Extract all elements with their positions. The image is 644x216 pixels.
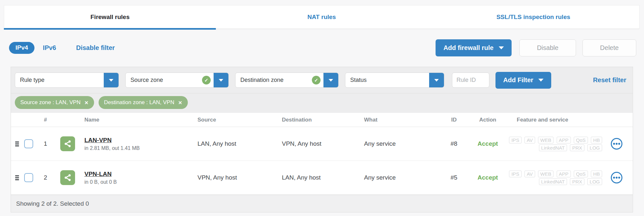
- rule-destination: VPN, Any host: [282, 140, 364, 147]
- header-destination: Destination: [282, 117, 364, 123]
- badge-ips: IPS: [509, 137, 521, 143]
- share-network-icon[interactable]: [60, 136, 75, 151]
- badge-web: WEB: [538, 137, 553, 143]
- active-filter-chips: Source zone : LAN, VPN ✕ Destination zon…: [11, 93, 633, 113]
- rule-name-link[interactable]: LAN-VPN: [84, 137, 111, 144]
- badge-prx: PRX: [570, 144, 584, 151]
- badge-ips: IPS: [509, 171, 521, 177]
- feature-and-service-cell: IPS AV WEB APP QoS HB LinkedNAT PRX LOG: [507, 170, 633, 185]
- status-dropdown-button[interactable]: [429, 73, 444, 88]
- rule-source: VPN, Any host: [197, 174, 282, 181]
- add-firewall-rule-label: Add firewall rule: [443, 44, 494, 52]
- feature-badges-line1: IPS AV WEB APP QoS HB: [508, 136, 602, 144]
- rule-action: Accept: [468, 174, 507, 181]
- ipv4-toggle[interactable]: IPv4: [9, 42, 34, 54]
- badge-app: APP: [557, 171, 571, 177]
- row-checkbox[interactable]: [24, 173, 33, 182]
- filter-chip-destination-zone: Destination zone : LAN, VPN ✕: [99, 96, 188, 109]
- header-source: Source: [197, 117, 282, 123]
- status-select[interactable]: Status: [345, 73, 444, 88]
- disable-filter-link[interactable]: Disable filter: [76, 44, 115, 52]
- rule-id: #8: [439, 140, 468, 147]
- feature-badges: IPS AV WEB APP QoS HB LinkedNAT PRX LOG: [508, 136, 602, 152]
- close-icon[interactable]: ✕: [84, 100, 89, 105]
- chevron-down-icon: [219, 79, 223, 82]
- share-network-icon[interactable]: [60, 170, 75, 185]
- filter-applied-check-icon: ✓: [312, 76, 321, 84]
- table-summary: Showing 2 of 2. Selected 0: [16, 200, 89, 207]
- delete-button[interactable]: Delete: [582, 39, 636, 56]
- chevron-down-icon: [109, 79, 113, 82]
- header-feature-and-service: Feature and service: [507, 117, 633, 123]
- row-more-actions-button[interactable]: [611, 138, 622, 150]
- rule-traffic: in 2.81 MB, out 1.41 MB: [84, 145, 197, 151]
- tab-firewall-rules[interactable]: Firewall rules: [4, 5, 216, 29]
- badge-hb: HB: [591, 171, 602, 177]
- rule-name-cell: VPN-LAN in 0 B, out 0 B: [80, 171, 197, 185]
- rule-traffic: in 0 B, out 0 B: [84, 179, 197, 185]
- rule-action: Accept: [468, 140, 507, 147]
- drag-handle-icon[interactable]: [15, 175, 19, 180]
- destination-zone-select[interactable]: Destination zone ✓: [235, 73, 339, 88]
- chevron-down-icon: [434, 79, 439, 82]
- header-number: #: [36, 117, 55, 123]
- rule-name-cell: LAN-VPN in 2.81 MB, out 1.41 MB: [80, 137, 197, 151]
- chevron-down-icon: [329, 79, 333, 82]
- tab-nat-rules[interactable]: NAT rules: [216, 5, 428, 29]
- rule-type-select[interactable]: Rule type: [15, 73, 119, 88]
- disable-button[interactable]: Disable: [519, 39, 576, 56]
- reset-filter-link[interactable]: Reset filter: [593, 76, 626, 84]
- source-zone-dropdown-button[interactable]: [214, 73, 228, 88]
- filter-panel: Rule type Source zone ✓ Destination zone…: [11, 67, 633, 113]
- destination-zone-dropdown-button[interactable]: [323, 73, 338, 88]
- share-glyph: [63, 173, 72, 182]
- add-filter-button[interactable]: Add Filter: [495, 72, 551, 89]
- badge-app: APP: [557, 137, 571, 143]
- table-row: 2 VPN-LAN in 0 B, out 0 B VPN, Any host …: [11, 161, 633, 195]
- row-number: 1: [36, 140, 55, 147]
- row-checkbox[interactable]: [24, 139, 33, 148]
- badge-linkednat: LinkedNAT: [539, 178, 567, 185]
- feature-badges: IPS AV WEB APP QoS HB LinkedNAT PRX LOG: [508, 170, 602, 185]
- rule-type-dropdown-button[interactable]: [104, 73, 119, 88]
- filter-chip-label: Source zone : LAN, VPN: [20, 99, 81, 106]
- table-footer: Showing 2 of 2. Selected 0: [11, 195, 633, 212]
- badge-qos: QoS: [574, 171, 588, 177]
- rule-name-link[interactable]: VPN-LAN: [84, 171, 111, 178]
- filter-row: Rule type Source zone ✓ Destination zone…: [11, 67, 633, 93]
- source-zone-select-label: Source zone: [126, 77, 202, 83]
- rule-destination: LAN, Any host: [282, 174, 364, 181]
- row-more-actions-button[interactable]: [611, 172, 622, 183]
- toolbar: IPv4 IPv6 Disable filter Add firewall ru…: [9, 38, 636, 57]
- rule-id: #5: [439, 174, 468, 181]
- rule-what: Any service: [364, 140, 439, 147]
- badge-linkednat: LinkedNAT: [539, 144, 567, 151]
- filter-chip-source-zone: Source zone : LAN, VPN ✕: [15, 96, 94, 109]
- rule-type-tabbar: Firewall rules NAT rules SSL/TLS inspect…: [4, 5, 639, 29]
- feature-badges-line2: LinkedNAT PRX LOG: [508, 178, 602, 185]
- feature-badges-line1: IPS AV WEB APP QoS HB: [508, 170, 602, 178]
- status-select-label: Status: [345, 77, 429, 83]
- badge-log: LOG: [587, 178, 602, 185]
- close-icon[interactable]: ✕: [178, 100, 182, 105]
- firewall-rules-card: Rule type Source zone ✓ Destination zone…: [11, 67, 633, 212]
- drag-handle-icon[interactable]: [15, 142, 19, 146]
- add-filter-label: Add Filter: [503, 76, 533, 84]
- rule-source: LAN, Any host: [197, 140, 282, 147]
- badge-av: AV: [524, 171, 535, 177]
- source-zone-select[interactable]: Source zone ✓: [125, 73, 229, 88]
- rule-id-input[interactable]: [452, 73, 489, 88]
- tab-ssl-tls-inspection-rules[interactable]: SSL/TLS inspection rules: [428, 5, 639, 29]
- add-firewall-rule-button[interactable]: Add firewall rule: [436, 39, 512, 56]
- header-id: ID: [439, 117, 468, 123]
- feature-badges-line2: LinkedNAT PRX LOG: [508, 144, 602, 152]
- badge-prx: PRX: [570, 178, 584, 185]
- badge-web: WEB: [538, 171, 553, 177]
- chevron-down-icon: [538, 79, 543, 82]
- badge-log: LOG: [587, 144, 602, 151]
- ipv6-toggle[interactable]: IPv6: [43, 44, 56, 52]
- feature-and-service-cell: IPS AV WEB APP QoS HB LinkedNAT PRX LOG: [507, 136, 633, 152]
- filter-chip-label: Destination zone : LAN, VPN: [104, 99, 174, 106]
- badge-hb: HB: [591, 137, 602, 143]
- header-action: Action: [468, 117, 507, 123]
